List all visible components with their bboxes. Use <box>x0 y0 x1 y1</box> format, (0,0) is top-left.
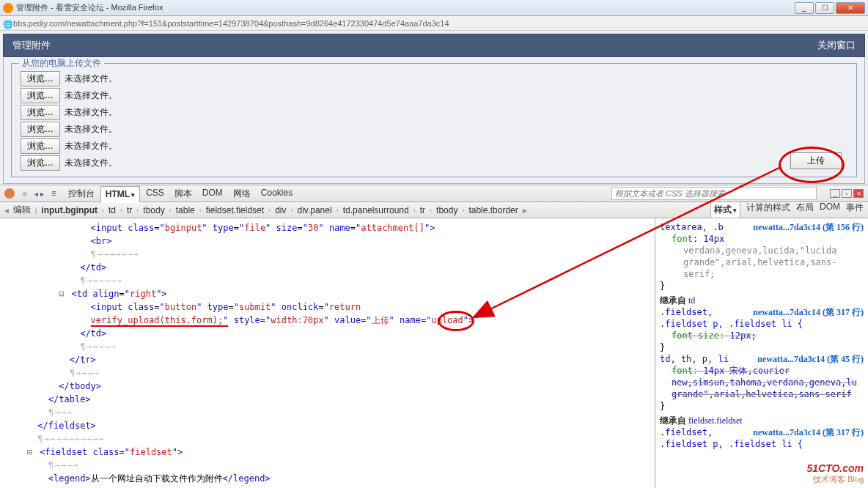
url-text: bbs.pediy.com/newattachment.php?f=151&po… <box>13 19 449 28</box>
fieldset-legend: 从您的电脑上传文件 <box>19 57 104 70</box>
firebug-tab[interactable]: 脚本 <box>170 185 196 202</box>
html-panel[interactable]: <input class="bginput" type="file" size=… <box>0 218 655 488</box>
browse-button[interactable]: 浏览… <box>21 105 60 120</box>
firefox-icon <box>3 3 13 13</box>
firebug-tab[interactable]: 控制台 <box>64 185 99 202</box>
firebug-detach-icon[interactable]: ▫ <box>842 189 852 198</box>
firebug-icon[interactable] <box>4 188 15 199</box>
firebug-caret-icon[interactable]: ◂ ▸ <box>34 190 44 198</box>
browse-button[interactable]: 浏览… <box>21 138 60 154</box>
firebug-search-input[interactable] <box>611 187 817 200</box>
close-window-link[interactable]: 关闭窗口 <box>817 39 856 52</box>
breadcrumb-item[interactable]: div.panel <box>294 204 334 217</box>
side-tab[interactable]: 事件 <box>846 202 864 218</box>
breadcrumb-item[interactable]: tbody <box>433 204 460 217</box>
breadcrumb-item[interactable]: fieldset.fieldset <box>203 204 267 217</box>
file-status: 未选择文件。 <box>65 73 117 85</box>
breadcrumb-item[interactable]: div <box>272 204 289 217</box>
browse-button[interactable]: 浏览… <box>21 155 60 171</box>
side-tab[interactable]: 布局 <box>796 202 814 218</box>
firebug-close-icon[interactable]: ✕ <box>853 189 864 198</box>
css-panel[interactable]: textarea, .bnewatta...7da3c14 (第 156 行) … <box>655 218 868 488</box>
minimize-button[interactable]: _ <box>795 2 814 14</box>
side-tab[interactable]: 样式 <box>710 202 740 218</box>
file-status: 未选择文件。 <box>65 123 117 136</box>
firebug-tab[interactable]: 网络 <box>229 185 255 202</box>
file-row: 浏览…未选择文件。 <box>21 88 847 103</box>
file-row: 浏览…未选择文件。 <box>21 122 847 137</box>
file-status: 未选择文件。 <box>65 157 117 169</box>
firebug-breadcrumb: ◂ 编辑 | input.bginput‹td‹tr‹tbody‹table‹f… <box>0 202 868 218</box>
watermark: 51CTO.com 技术博客 Blog <box>806 462 864 485</box>
breadcrumb-item[interactable]: td <box>106 204 119 217</box>
window-title: 管理附件 - 看雪安全论坛 - Mozilla Firefox <box>16 2 163 13</box>
browse-button[interactable]: 浏览… <box>21 88 60 103</box>
firebug-body: <input class="bginput" type="file" size=… <box>0 218 868 488</box>
breadcrumb-item[interactable]: td.panelsurround <box>340 204 412 217</box>
browse-button[interactable]: 浏览… <box>21 122 60 137</box>
firebug-inspect-icon[interactable]: ⟐ <box>22 188 27 199</box>
firebug-tab[interactable]: Cookies <box>257 185 297 202</box>
browse-button[interactable]: 浏览… <box>21 71 60 86</box>
breadcrumb-item[interactable]: table <box>173 204 198 217</box>
file-row: 浏览…未选择文件。 <box>21 155 847 171</box>
close-button[interactable]: ✕ <box>836 2 865 14</box>
breadcrumb-item[interactable]: tr <box>417 204 428 217</box>
firebug-toolbar: ⟐ ◂ ▸ ≡ 控制台HTMLCSS脚本DOM网络Cookies _ ▫ ✕ <box>0 185 868 202</box>
side-tab[interactable]: DOM <box>820 202 840 218</box>
breadcrumb-item[interactable]: input.bginput <box>38 204 100 217</box>
file-row: 浏览…未选择文件。 <box>21 105 847 120</box>
panel-title: 管理附件 <box>12 39 51 52</box>
breadcrumb-item[interactable]: tr <box>124 204 135 217</box>
firebug-tab[interactable]: HTML <box>100 186 140 203</box>
file-status: 未选择文件。 <box>65 140 117 152</box>
breadcrumb-next-icon[interactable]: ▸ <box>523 205 527 215</box>
upload-submit-button[interactable]: 上传 <box>790 152 842 169</box>
globe-icon: 🌐 <box>3 20 10 27</box>
file-row: 浏览…未选择文件。 <box>21 71 847 86</box>
edit-button[interactable]: 编辑 <box>10 202 34 218</box>
breadcrumb-item[interactable]: table.tborder <box>466 204 521 217</box>
firebug-tab[interactable]: CSS <box>141 185 169 202</box>
file-status: 未选择文件。 <box>65 89 117 102</box>
breadcrumb-prev-icon[interactable]: ◂ <box>4 205 9 215</box>
breadcrumb-item[interactable]: tbody <box>140 204 167 217</box>
upload-fieldset: 从您的电脑上传文件 浏览…未选择文件。浏览…未选择文件。浏览…未选择文件。浏览…… <box>11 63 857 177</box>
url-bar[interactable]: 🌐 bbs.pediy.com/newattachment.php?f=151&… <box>0 16 868 31</box>
page-content: 管理附件 关闭窗口 从您的电脑上传文件 浏览…未选择文件。浏览…未选择文件。浏览… <box>0 31 868 185</box>
panel-body: 从您的电脑上传文件 浏览…未选择文件。浏览…未选择文件。浏览…未选择文件。浏览…… <box>3 57 865 184</box>
file-status: 未选择文件。 <box>65 106 117 119</box>
firefox-titlebar: 管理附件 - 看雪安全论坛 - Mozilla Firefox _ ☐ ✕ <box>0 0 868 16</box>
firebug-tab[interactable]: DOM <box>198 185 227 202</box>
maximize-button[interactable]: ☐ <box>815 2 834 14</box>
side-tab[interactable]: 计算的样式 <box>746 202 790 218</box>
firebug-menu-icon[interactable]: ≡ <box>51 188 56 199</box>
panel-head: 管理附件 关闭窗口 <box>3 34 865 57</box>
firebug-minimize-icon[interactable]: _ <box>830 189 840 198</box>
file-row: 浏览…未选择文件。 <box>21 138 847 154</box>
